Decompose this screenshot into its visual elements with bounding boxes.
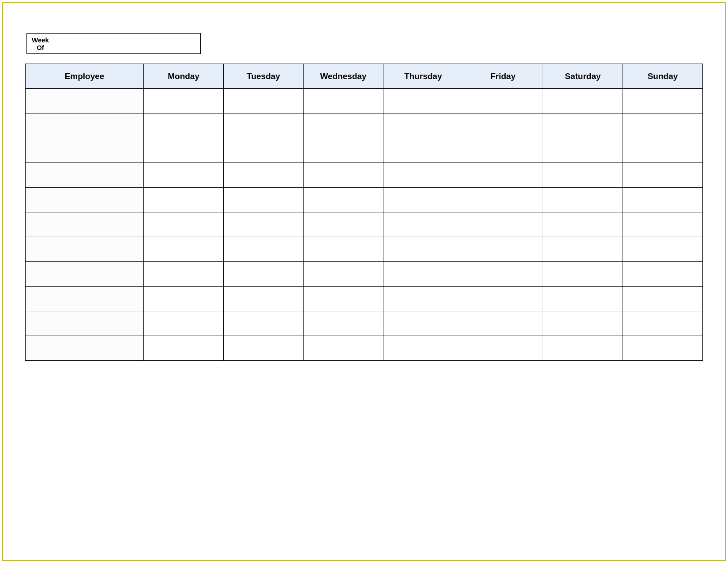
cell-employee[interactable] [26,287,144,311]
cell-employee[interactable] [26,188,144,212]
cell-wednesday[interactable] [304,163,383,188]
cell-wednesday[interactable] [304,237,383,262]
cell-employee[interactable] [26,163,144,188]
cell-thursday[interactable] [383,89,463,113]
cell-saturday[interactable] [543,113,623,138]
cell-thursday[interactable] [383,287,463,311]
cell-sunday[interactable] [623,138,702,163]
cell-employee[interactable] [26,212,144,237]
cell-monday[interactable] [144,188,224,212]
cell-tuesday[interactable] [224,188,304,212]
cell-friday[interactable] [463,336,543,361]
cell-sunday[interactable] [623,212,702,237]
cell-saturday[interactable] [543,163,623,188]
cell-sunday[interactable] [623,311,702,336]
cell-wednesday[interactable] [304,188,383,212]
cell-saturday[interactable] [543,89,623,113]
cell-tuesday[interactable] [224,311,304,336]
cell-thursday[interactable] [383,262,463,287]
cell-tuesday[interactable] [224,113,304,138]
cell-friday[interactable] [463,287,543,311]
cell-wednesday[interactable] [304,287,383,311]
cell-monday[interactable] [144,311,224,336]
cell-sunday[interactable] [623,262,702,287]
cell-wednesday[interactable] [304,262,383,287]
cell-tuesday[interactable] [224,287,304,311]
cell-wednesday[interactable] [304,113,383,138]
cell-monday[interactable] [144,113,224,138]
header-tuesday: Tuesday [224,64,304,89]
cell-tuesday[interactable] [224,262,304,287]
cell-monday[interactable] [144,237,224,262]
cell-saturday[interactable] [543,188,623,212]
table-row [26,336,703,361]
cell-employee[interactable] [26,262,144,287]
cell-friday[interactable] [463,262,543,287]
header-wednesday: Wednesday [304,64,383,89]
cell-sunday[interactable] [623,163,702,188]
header-row: Employee Monday Tuesday Wednesday Thursd… [26,64,703,89]
cell-friday[interactable] [463,212,543,237]
cell-monday[interactable] [144,89,224,113]
cell-friday[interactable] [463,311,543,336]
cell-friday[interactable] [463,89,543,113]
cell-monday[interactable] [144,163,224,188]
cell-employee[interactable] [26,237,144,262]
cell-sunday[interactable] [623,237,702,262]
header-monday: Monday [144,64,224,89]
cell-monday[interactable] [144,287,224,311]
cell-wednesday[interactable] [304,138,383,163]
cell-monday[interactable] [144,138,224,163]
cell-tuesday[interactable] [224,163,304,188]
cell-employee[interactable] [26,138,144,163]
cell-friday[interactable] [463,188,543,212]
table-row [26,262,703,287]
cell-thursday[interactable] [383,188,463,212]
cell-employee[interactable] [26,89,144,113]
cell-sunday[interactable] [623,336,702,361]
table-row [26,212,703,237]
header-thursday: Thursday [383,64,463,89]
cell-monday[interactable] [144,212,224,237]
cell-tuesday[interactable] [224,336,304,361]
cell-tuesday[interactable] [224,89,304,113]
week-of-value[interactable] [54,34,200,53]
cell-saturday[interactable] [543,138,623,163]
cell-tuesday[interactable] [224,138,304,163]
cell-monday[interactable] [144,262,224,287]
cell-saturday[interactable] [543,237,623,262]
cell-thursday[interactable] [383,113,463,138]
cell-friday[interactable] [463,237,543,262]
cell-thursday[interactable] [383,163,463,188]
cell-thursday[interactable] [383,311,463,336]
cell-sunday[interactable] [623,188,702,212]
table-row [26,237,703,262]
cell-thursday[interactable] [383,138,463,163]
cell-tuesday[interactable] [224,237,304,262]
table-row [26,311,703,336]
cell-thursday[interactable] [383,336,463,361]
cell-friday[interactable] [463,163,543,188]
cell-saturday[interactable] [543,212,623,237]
cell-wednesday[interactable] [304,336,383,361]
cell-wednesday[interactable] [304,311,383,336]
header-friday: Friday [463,64,543,89]
cell-sunday[interactable] [623,113,702,138]
cell-sunday[interactable] [623,89,702,113]
cell-saturday[interactable] [543,262,623,287]
cell-friday[interactable] [463,113,543,138]
cell-saturday[interactable] [543,311,623,336]
cell-employee[interactable] [26,336,144,361]
cell-saturday[interactable] [543,287,623,311]
cell-monday[interactable] [144,336,224,361]
cell-wednesday[interactable] [304,212,383,237]
cell-employee[interactable] [26,311,144,336]
cell-saturday[interactable] [543,336,623,361]
cell-employee[interactable] [26,113,144,138]
cell-thursday[interactable] [383,212,463,237]
cell-friday[interactable] [463,138,543,163]
cell-sunday[interactable] [623,287,702,311]
cell-thursday[interactable] [383,237,463,262]
cell-wednesday[interactable] [304,89,383,113]
cell-tuesday[interactable] [224,212,304,237]
